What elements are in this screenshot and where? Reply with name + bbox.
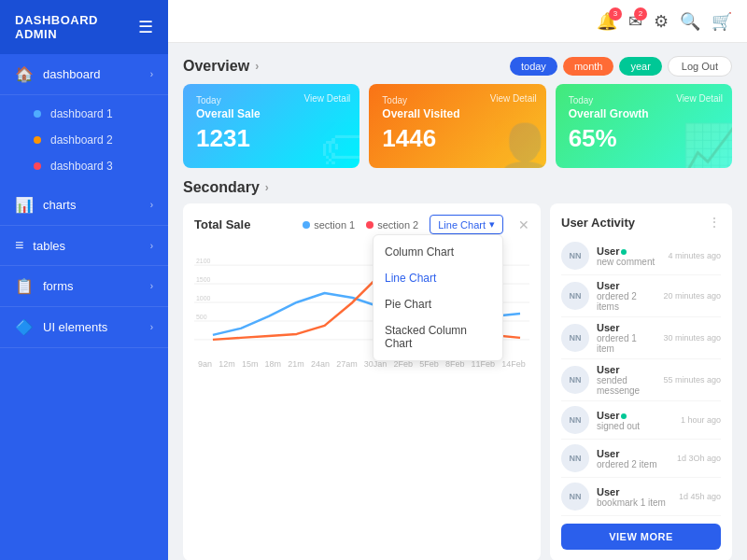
activity-action: sended messenge bbox=[597, 375, 655, 396]
activity-item: NN User bookmark 1 item 1d 45h ago bbox=[561, 478, 721, 516]
view-more-button[interactable]: VIEW MORE bbox=[561, 524, 721, 550]
settings-icon[interactable]: ⚙ bbox=[654, 11, 669, 32]
search-icon[interactable]: 🔍 bbox=[680, 11, 700, 32]
activity-item: NN User ordered 2 items 20 minutes ago bbox=[561, 275, 721, 317]
charts-label: charts bbox=[43, 198, 150, 212]
secondary-arrow: › bbox=[265, 181, 269, 194]
avatar: NN bbox=[561, 324, 589, 352]
avatar: NN bbox=[561, 483, 589, 511]
user-activity-panel: User Activity ⋮ NN User new comment 4 mi… bbox=[550, 203, 732, 560]
secondary-row: Total Sale section 1 section 2 Line Char… bbox=[183, 203, 732, 560]
activity-action: ordered 2 items bbox=[597, 291, 655, 312]
tab-today[interactable]: today bbox=[510, 57, 557, 76]
activity-item: NN User signed out 1 hour ago bbox=[561, 401, 721, 440]
activity-user-name: User bbox=[597, 322, 655, 333]
notification-badge-1: 3 bbox=[609, 7, 622, 21]
activity-action: signed out bbox=[597, 421, 673, 431]
secondary-title: Secondary › bbox=[183, 179, 269, 196]
tab-month[interactable]: month bbox=[563, 57, 614, 76]
sidebar-item-forms[interactable]: 📋 forms › bbox=[0, 266, 168, 307]
total-sale-header: Total Sale section 1 section 2 Line Char… bbox=[194, 215, 529, 234]
chevron-right-icon: › bbox=[150, 200, 153, 210]
chevron-right-icon: › bbox=[150, 241, 153, 251]
topbar: 🔔 3 ✉ 2 ⚙ 🔍 🛒 bbox=[168, 0, 747, 43]
dropdown-stacked-chart[interactable]: Stacked Column Chart bbox=[374, 317, 502, 357]
axis-label-5: 24an bbox=[311, 359, 330, 369]
growth-card-icon: 📈 bbox=[682, 121, 732, 168]
secondary-section: Secondary › Total Sale section 1 section… bbox=[183, 179, 732, 560]
online-dot bbox=[621, 249, 627, 255]
total-sale-panel: Total Sale section 1 section 2 Line Char… bbox=[183, 203, 541, 560]
forms-icon: 📋 bbox=[15, 277, 34, 295]
avatar: NN bbox=[561, 242, 589, 270]
visited-card-label: Today bbox=[382, 95, 532, 105]
notification-bell-icon[interactable]: 🔔 3 bbox=[597, 11, 617, 32]
tables-label: tables bbox=[33, 239, 149, 253]
activity-user-name: User bbox=[597, 486, 671, 497]
activity-list: NN User new comment 4 minutes ago NN Use… bbox=[561, 237, 721, 516]
activity-action: ordered 1 item bbox=[597, 333, 655, 354]
overview-title: Overview › bbox=[183, 58, 259, 75]
chart-type-dropdown[interactable]: Line Chart ▾ Column Chart Line Chart Pie… bbox=[430, 215, 503, 234]
activity-menu-icon[interactable]: ⋮ bbox=[708, 215, 721, 230]
svg-text:1000: 1000 bbox=[196, 295, 211, 301]
total-sale-title: Total Sale bbox=[194, 217, 250, 231]
axis-label-6: 27am bbox=[336, 359, 358, 369]
growth-card-label: Today bbox=[569, 95, 719, 105]
overview-header: Overview › today month year Log Out bbox=[183, 56, 732, 77]
dashboard3-label: dashboard 3 bbox=[50, 160, 113, 173]
sidebar-item-charts[interactable]: 📊 charts › bbox=[0, 185, 168, 226]
sidebar-item-dashboard3[interactable]: dashboard 3 bbox=[19, 153, 168, 179]
activity-time: 55 minutes ago bbox=[663, 375, 721, 385]
sale-card-label: Today bbox=[196, 95, 346, 105]
activity-user-name: User bbox=[597, 448, 669, 459]
charts-icon: 📊 bbox=[15, 196, 34, 214]
activity-info: User new comment bbox=[597, 245, 660, 267]
dropdown-pie-chart[interactable]: Pie Chart bbox=[374, 291, 502, 317]
sidebar: DASHBOARD ADMIN ☰ 🏠 dashboard › dashboar… bbox=[0, 0, 168, 560]
legend-section2: section 2 bbox=[366, 219, 418, 231]
dropdown-column-chart[interactable]: Column Chart bbox=[374, 239, 502, 265]
secondary-header: Secondary › bbox=[183, 179, 732, 196]
sidebar-item-dashboard[interactable]: 🏠 dashboard › bbox=[0, 54, 168, 95]
activity-item: NN User ordered 1 item 30 minutes ago bbox=[561, 317, 721, 359]
overview-cards: View Detail Today Overall Sale 1231 🏷 Vi… bbox=[183, 84, 732, 168]
card-overall-growth: View Detail Today Overall Growth 65% 📈 bbox=[556, 84, 732, 168]
sidebar-item-dashboard1[interactable]: dashboard 1 bbox=[19, 101, 168, 127]
sidebar-item-ui-elements[interactable]: 🔷 UI elements › bbox=[0, 307, 168, 348]
activity-time: 20 minutes ago bbox=[663, 291, 721, 301]
activity-info: User signed out bbox=[597, 410, 673, 431]
hamburger-icon[interactable]: ☰ bbox=[138, 17, 153, 37]
activity-item: NN User new comment 4 minutes ago bbox=[561, 237, 721, 275]
cart-icon[interactable]: 🛒 bbox=[712, 11, 732, 32]
tab-year[interactable]: year bbox=[619, 57, 661, 76]
svg-text:500: 500 bbox=[196, 314, 207, 320]
chart-close-button[interactable]: ✕ bbox=[518, 217, 529, 232]
sidebar-item-dashboard2[interactable]: dashboard 2 bbox=[19, 127, 168, 153]
dropdown-line-chart[interactable]: Line Chart bbox=[374, 265, 502, 291]
chart-type-button[interactable]: Line Chart ▾ bbox=[430, 215, 503, 234]
forms-label: forms bbox=[43, 279, 150, 293]
activity-info: User ordered 2 items bbox=[597, 280, 655, 312]
legend-section1: section 1 bbox=[303, 219, 355, 231]
activity-time: 1 hour ago bbox=[681, 415, 721, 425]
dot-blue bbox=[34, 110, 41, 118]
logout-button[interactable]: Log Out bbox=[668, 56, 732, 77]
overview-section: Overview › today month year Log Out View… bbox=[183, 56, 732, 168]
axis-label-12: 14Feb bbox=[501, 359, 526, 369]
axis-label-2: 15m bbox=[242, 359, 259, 369]
ui-elements-label: UI elements bbox=[43, 320, 150, 334]
overview-arrow: › bbox=[255, 60, 259, 73]
mail-icon[interactable]: ✉ 2 bbox=[628, 11, 642, 32]
activity-info: User ordered 1 item bbox=[597, 322, 655, 354]
card-overall-sale: View Detail Today Overall Sale 1231 🏷 bbox=[183, 84, 359, 168]
avatar: NN bbox=[561, 406, 589, 434]
notification-badge-2: 2 bbox=[634, 7, 647, 21]
secondary-title-text: Secondary bbox=[183, 179, 260, 196]
sale-card-title: Overall Sale bbox=[196, 107, 346, 120]
tables-icon: ≡ bbox=[15, 237, 23, 254]
activity-info: User sended messenge bbox=[597, 364, 655, 396]
activity-title: User Activity bbox=[561, 216, 635, 230]
sidebar-item-tables[interactable]: ≡ tables › bbox=[0, 226, 168, 266]
activity-action: bookmark 1 item bbox=[597, 497, 671, 508]
